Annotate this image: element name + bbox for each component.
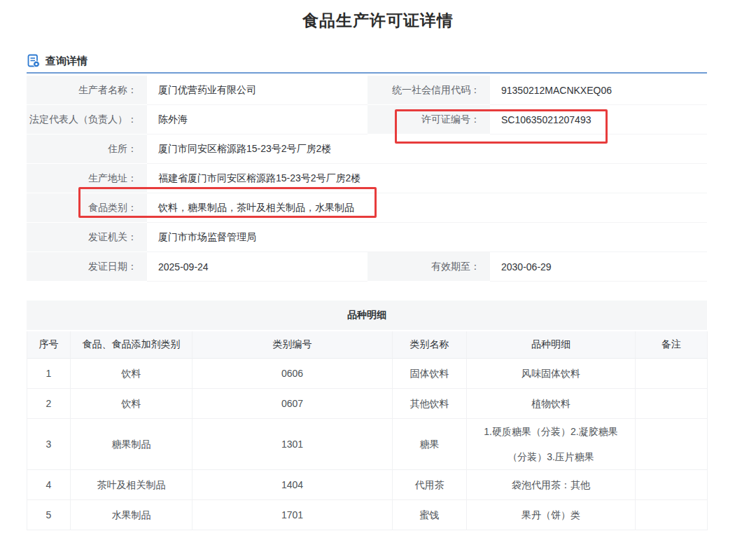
table-cell: 水果制品	[71, 500, 192, 530]
table-cell: 其他饮料	[393, 389, 467, 419]
section-header: 查询详情	[27, 54, 756, 68]
section-title: 查询详情	[46, 55, 88, 68]
document-search-icon	[27, 54, 41, 68]
table-header-category: 食品、食品添加剂类别	[71, 331, 192, 359]
label-production-address: 生产地址：	[27, 164, 147, 193]
table-cell: 4	[27, 470, 71, 500]
value-producer-name: 厦门优营药业有限公司	[147, 76, 368, 105]
table-cell: 风味固体饮料	[467, 359, 636, 389]
value-issuing-authority: 厦门市市场监督管理局	[147, 223, 707, 252]
table-cell: 饮料	[71, 389, 192, 419]
value-license-number: SC10635021207493	[490, 105, 707, 134]
table-cell: 0606	[192, 359, 393, 389]
table-cell	[636, 500, 708, 530]
page-title: 食品生产许可证详情	[0, 0, 756, 32]
table-cell: 袋泡代用茶：其他	[467, 470, 636, 500]
table-cell	[636, 470, 708, 500]
section-divider	[27, 72, 707, 74]
label-producer-name: 生产者名称：	[27, 76, 147, 105]
value-valid-until: 2030-06-29	[490, 252, 707, 282]
license-details-table: 生产者名称： 厦门优营药业有限公司 统一社会信用代码： 91350212MACN…	[27, 76, 707, 282]
license-detail-page: 食品生产许可证详情 查询详情 生产者名称： 厦门优营药业有限公司 统一社会信用代…	[0, 0, 756, 538]
table-cell: 茶叶及相关制品	[71, 470, 192, 500]
table-cell	[636, 359, 708, 389]
table-cell: 糖果	[393, 419, 467, 470]
value-issue-date: 2025-09-24	[147, 252, 368, 282]
label-issuing-authority: 发证机关：	[27, 223, 147, 252]
variety-detail-table: 品种明细 序号 食品、食品添加剂类别 类别编号 类别名称 品种明细 备注 1 饮…	[27, 301, 707, 530]
table-cell: 代用茶	[393, 470, 467, 500]
table-header-category-code: 类别编号	[192, 331, 393, 359]
value-residence: 厦门市同安区榕源路15-23号2号厂房2楼	[147, 134, 707, 164]
table-cell: 固体饮料	[393, 359, 467, 389]
table-cell: 蜜饯	[393, 500, 467, 530]
label-food-category: 食品类别：	[27, 193, 147, 223]
table-cell: 1	[27, 359, 71, 389]
table-cell: 1301	[192, 419, 393, 470]
label-license-number: 许可证编号：	[368, 105, 490, 134]
value-credit-code: 91350212MACNKXEQ06	[490, 76, 707, 105]
label-valid-until: 有效期至：	[368, 252, 490, 282]
label-issue-date: 发证日期：	[27, 252, 147, 282]
label-credit-code: 统一社会信用代码：	[368, 76, 490, 105]
variety-table-title: 品种明细	[27, 301, 707, 330]
table-header-category-name: 类别名称	[393, 331, 467, 359]
table-cell: 1404	[192, 470, 393, 500]
table-cell: 2	[27, 389, 71, 419]
table-cell: 0607	[192, 389, 393, 419]
table-cell: 饮料	[71, 359, 192, 389]
value-production-address: 福建省厦门市同安区榕源路15-23号2号厂房2楼	[147, 164, 707, 193]
label-residence: 住所：	[27, 134, 147, 164]
table-cell: 果丹（饼）类	[467, 500, 636, 530]
table-cell: 3	[27, 419, 71, 470]
table-header-index: 序号	[27, 331, 71, 359]
table-cell	[636, 419, 708, 470]
value-food-category: 饮料，糖果制品，茶叶及相关制品，水果制品	[147, 193, 707, 223]
table-header-remark: 备注	[636, 331, 708, 359]
value-legal-representative: 陈外海	[147, 105, 368, 134]
label-legal-representative: 法定代表人（负责人）：	[27, 105, 147, 134]
table-cell: 1701	[192, 500, 393, 530]
table-cell: 5	[27, 500, 71, 530]
table-cell: 糖果制品	[71, 419, 192, 470]
table-cell: 1.硬质糖果（分装）2.凝胶糖果（分装）3.压片糖果	[467, 419, 636, 470]
table-cell	[636, 389, 708, 419]
table-cell: 植物饮料	[467, 389, 636, 419]
table-header-variety-detail: 品种明细	[467, 331, 636, 359]
